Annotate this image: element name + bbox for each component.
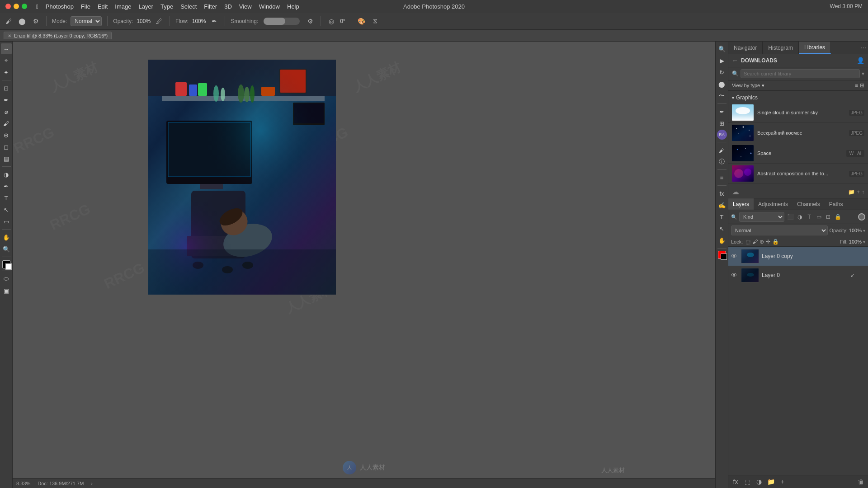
fill-value[interactable]: 100%	[849, 239, 862, 244]
minimize-button[interactable]	[14, 4, 19, 9]
list-item[interactable]: Single cloud in summer sky JPEG	[728, 103, 868, 123]
menu-image[interactable]: Image	[115, 3, 131, 10]
rotate-icon[interactable]: ↻	[717, 67, 727, 78]
select-right-icon[interactable]: ↖	[717, 223, 727, 234]
circle-icon[interactable]: ⬤	[717, 79, 727, 89]
shape-tool[interactable]: ▭	[1, 216, 12, 227]
lock-position-icon[interactable]: ✛	[766, 239, 770, 245]
opacity-toggle-icon[interactable]: 🖊	[154, 16, 164, 26]
fullscreen-button[interactable]	[22, 4, 27, 9]
wave-icon[interactable]: 〜	[717, 90, 727, 101]
spot-heal-tool[interactable]: ⌀	[1, 106, 12, 117]
panel-options-icon[interactable]: ⋯	[861, 45, 866, 51]
lib-bottom-share[interactable]: ↑	[862, 189, 864, 195]
doc-close-icon[interactable]: ✕	[8, 33, 11, 38]
search-input[interactable]	[741, 69, 860, 78]
opacity-value[interactable]: 100%	[849, 228, 862, 233]
smoothing-slider[interactable]	[264, 18, 300, 25]
lock-transparent-icon[interactable]: ⬚	[745, 239, 750, 245]
info-icon[interactable]: ⓘ	[717, 156, 727, 167]
lib-bottom-folder[interactable]: 📁	[848, 189, 855, 195]
tab-navigator[interactable]: Navigator	[728, 42, 763, 54]
doc-tab[interactable]: ✕ Enzo.tif @ 8.33% (Layer 0 copy, RGB/16…	[4, 32, 112, 39]
screen-mode-tool[interactable]: ▣	[1, 285, 12, 296]
shape-filter-icon[interactable]: ▭	[815, 213, 823, 221]
move-tool[interactable]: ↔	[1, 43, 12, 54]
pixel-filter-icon[interactable]: ⬛	[786, 213, 794, 221]
lock-filter-icon[interactable]: 🔒	[834, 213, 842, 221]
pen-tool[interactable]: ✒	[1, 181, 12, 192]
play-icon[interactable]: ▶	[717, 55, 727, 66]
layer-item[interactable]: 👁 Layer 0 ↙	[728, 266, 868, 285]
magic-wand-tool[interactable]: ✦	[1, 67, 12, 78]
menu-select[interactable]: Select	[180, 3, 197, 10]
back-arrow-icon[interactable]: ←	[732, 57, 738, 64]
flow-toggle-icon[interactable]: ✒	[209, 16, 219, 26]
list-item[interactable]: Space W Ai	[728, 143, 868, 164]
lock-paint-icon[interactable]: 🖌	[752, 239, 758, 245]
filter-toggle[interactable]	[858, 213, 865, 221]
search-dropdown-icon[interactable]: ▾	[862, 70, 864, 77]
layer-new-icon[interactable]: +	[778, 477, 787, 486]
gradient-tool[interactable]: ▤	[1, 153, 12, 164]
layer-visibility-1[interactable]: 👁	[731, 272, 738, 279]
colorize-icon[interactable]: 🎨	[357, 16, 367, 26]
view-by-type-btn[interactable]: View by type ▾	[732, 83, 764, 89]
smoothing-settings-icon[interactable]: ⚙	[305, 16, 315, 26]
list-item[interactable]: Бескрайний космос JPEG	[728, 123, 868, 143]
cloud-icon[interactable]: ☁	[732, 188, 739, 196]
library-user-icon[interactable]: 👤	[857, 57, 864, 64]
brush-right-icon[interactable]: 🖌	[717, 145, 727, 155]
traffic-lights[interactable]	[5, 4, 27, 9]
adjustment-filter-icon[interactable]: ◑	[796, 213, 804, 221]
hand-right-icon[interactable]: ✋	[717, 235, 727, 246]
brush-size-icon[interactable]: ⬤	[17, 16, 27, 26]
brush-tool-icon[interactable]: 🖌	[4, 16, 14, 26]
blend-mode-select[interactable]: Normal	[731, 225, 828, 235]
brush-settings-icon[interactable]: ⚙	[31, 16, 41, 26]
eraser-tool[interactable]: ◻	[1, 141, 12, 152]
layer-adjustment-icon[interactable]: ◑	[755, 477, 764, 486]
menu-file[interactable]: File	[81, 3, 90, 10]
grid-view-icon[interactable]: ⊞	[860, 82, 864, 89]
eyedropper-tool[interactable]: ✒	[1, 94, 12, 105]
foreground-color[interactable]	[2, 260, 10, 268]
quick-mask-tool[interactable]: ⬭	[1, 273, 12, 284]
menu-layer[interactable]: Layer	[138, 3, 153, 10]
list-view-icon[interactable]: ≡	[855, 82, 858, 89]
fill-chevron[interactable]: ▾	[863, 239, 865, 244]
zoom-tool[interactable]: 🔍	[1, 244, 12, 254]
tab-layers[interactable]: Layers	[728, 198, 754, 210]
tab-histogram[interactable]: Histogram	[763, 42, 799, 54]
canvas-area[interactable]: 人人素材 RRCG 人人素材 RRCG 人人素材 RRCG RRCG 人人素材 …	[13, 42, 715, 488]
tab-channels[interactable]: Channels	[793, 198, 825, 210]
transform-icon[interactable]: ⊞	[717, 118, 727, 129]
type-tool[interactable]: T	[1, 192, 12, 203]
menu-window[interactable]: Window	[259, 3, 280, 10]
layer-delete-icon[interactable]: 🗑	[856, 477, 865, 486]
dodge-tool[interactable]: ◑	[1, 169, 12, 180]
zoom-icon[interactable]: 🔍	[717, 43, 727, 54]
type-right-icon[interactable]: T	[717, 211, 727, 222]
tab-adjustments[interactable]: Adjustments	[754, 198, 793, 210]
type-filter-icon[interactable]: T	[805, 213, 813, 221]
lasso-tool[interactable]: ⌖	[1, 55, 12, 66]
pen-right-icon[interactable]: ✍	[717, 200, 727, 211]
fg-color-right[interactable]	[718, 251, 726, 259]
stamp-tool[interactable]: ⊕	[1, 130, 12, 141]
crop-tool[interactable]: ⊡	[1, 83, 12, 94]
layer-item[interactable]: 👁 Layer 0 copy	[728, 247, 868, 266]
menu-help[interactable]: Help	[287, 3, 299, 10]
layer-visibility-0[interactable]: 👁	[731, 253, 738, 260]
symmetry-icon[interactable]: ⧖	[370, 16, 380, 26]
menu-photoshop[interactable]: Photoshop	[46, 3, 74, 10]
list-item[interactable]: Abstract composition on the to... JPEG	[728, 164, 868, 184]
fx-icon[interactable]: fx	[717, 188, 727, 199]
brush-tool[interactable]: 🖌	[1, 118, 12, 129]
layer-fx-icon[interactable]: fx	[731, 477, 740, 486]
menu-apple[interactable]: 	[36, 3, 38, 10]
mode-select[interactable]: Normal	[71, 16, 102, 26]
menu-view[interactable]: View	[239, 3, 252, 10]
lock-artboard-icon[interactable]: ⊕	[760, 239, 764, 245]
lock-all-icon[interactable]: 🔒	[772, 239, 779, 245]
